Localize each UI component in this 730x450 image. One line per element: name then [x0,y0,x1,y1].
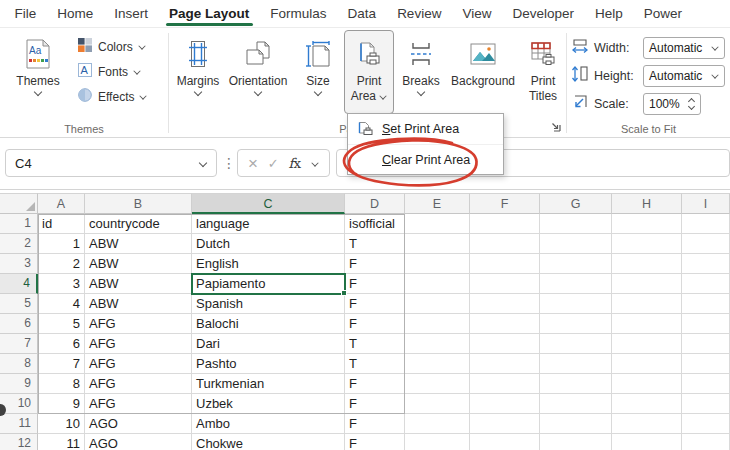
cell-E10[interactable] [405,394,470,414]
cell-F11[interactable] [470,414,540,434]
cell-E3[interactable] [405,254,470,274]
enter-icon[interactable]: ✓ [268,156,279,171]
theme-colors-button[interactable]: Colors [74,34,150,59]
cell-G5[interactable] [540,294,612,314]
breaks-button[interactable]: Breaks [396,30,446,114]
cell-D8[interactable]: T [345,354,405,374]
menu-item-clear-print-area[interactable]: Clear Print Area [348,144,503,174]
cell-C7[interactable]: Dari [192,334,345,354]
cell-I7[interactable] [682,334,730,354]
column-header-C[interactable]: C [192,193,345,214]
ribbon-tab-formulas[interactable]: Formulas [260,0,337,28]
row-header-1[interactable]: 1 [0,214,38,234]
cell-G4[interactable] [540,274,612,294]
cell-E4[interactable] [405,274,470,294]
cell-E9[interactable] [405,374,470,394]
row-header-8[interactable]: 8 [0,354,38,374]
row-header-9[interactable]: 9 [0,374,38,394]
cell-I12[interactable] [682,434,730,450]
cell-D11[interactable]: F [345,414,405,434]
scale-input[interactable]: 100% [643,93,701,115]
cell-D9[interactable]: F [345,374,405,394]
cell-H3[interactable] [612,254,682,274]
themes-button[interactable]: Aa Themes [10,30,66,114]
cell-F7[interactable] [470,334,540,354]
cell-G6[interactable] [540,314,612,334]
cell-D3[interactable]: F [345,254,405,274]
orientation-button[interactable]: Orientation [226,30,290,114]
cell-F1[interactable] [470,214,540,234]
cell-I6[interactable] [682,314,730,334]
cell-H2[interactable] [612,234,682,254]
cell-E8[interactable] [405,354,470,374]
cell-H4[interactable] [612,274,682,294]
cell-G11[interactable] [540,414,612,434]
cell-E6[interactable] [405,314,470,334]
cell-B4[interactable]: ABW [85,274,192,294]
row-header-11[interactable]: 11 [0,414,38,434]
cell-B11[interactable]: AGO [85,414,192,434]
formula-bar-grip[interactable]: ⋮ [222,155,236,171]
cell-E5[interactable] [405,294,470,314]
row-header-3[interactable]: 3 [0,254,38,274]
cell-G1[interactable] [540,214,612,234]
cell-D12[interactable]: F [345,434,405,450]
cell-B7[interactable]: AFG [85,334,192,354]
ribbon-tab-view[interactable]: View [452,0,502,28]
ribbon-tab-home[interactable]: Home [47,0,104,28]
cell-D7[interactable]: T [345,334,405,354]
background-button[interactable]: Background [446,30,520,114]
size-button[interactable]: Size [296,30,340,114]
cell-E7[interactable] [405,334,470,354]
cell-C2[interactable]: Dutch [192,234,345,254]
cell-B10[interactable]: AFG [85,394,192,414]
theme-fonts-button[interactable]: A Fonts [74,59,150,84]
cell-A9[interactable]: 8 [38,374,85,394]
cell-F3[interactable] [470,254,540,274]
cell-A4[interactable]: 3 [38,274,85,294]
column-header-A[interactable]: A [38,193,85,214]
cell-B6[interactable]: AFG [85,314,192,334]
row-header-6[interactable]: 6 [0,314,38,334]
row-header-5[interactable]: 5 [0,294,38,314]
cell-I9[interactable] [682,374,730,394]
cancel-icon[interactable]: × [248,155,258,172]
cell-H9[interactable] [612,374,682,394]
cell-D10[interactable]: F [345,394,405,414]
column-header-B[interactable]: B [85,193,192,214]
cell-F10[interactable] [470,394,540,414]
cell-H8[interactable] [612,354,682,374]
row-header-2[interactable]: 2 [0,234,38,254]
ribbon-tab-insert[interactable]: Insert [104,0,159,28]
cell-D6[interactable]: F [345,314,405,334]
cell-G9[interactable] [540,374,612,394]
column-header-H[interactable]: H [612,193,682,214]
cell-I3[interactable] [682,254,730,274]
cell-H6[interactable] [612,314,682,334]
cell-I5[interactable] [682,294,730,314]
cell-I11[interactable] [682,414,730,434]
cell-A3[interactable]: 2 [38,254,85,274]
ribbon-tab-page-layout[interactable]: Page Layout [159,0,260,28]
cell-C9[interactable]: Turkmenian [192,374,345,394]
cell-I8[interactable] [682,354,730,374]
cell-B2[interactable]: ABW [85,234,192,254]
cell-G2[interactable] [540,234,612,254]
cell-B8[interactable]: AFG [85,354,192,374]
cell-H11[interactable] [612,414,682,434]
cell-H1[interactable] [612,214,682,234]
cell-A5[interactable]: 4 [38,294,85,314]
cell-A12[interactable]: 11 [38,434,85,450]
cell-F5[interactable] [470,294,540,314]
cell-I1[interactable] [682,214,730,234]
cell-D5[interactable]: F [345,294,405,314]
cell-A7[interactable]: 6 [38,334,85,354]
cell-D1[interactable]: isofficial [345,214,405,234]
cell-B9[interactable]: AFG [85,374,192,394]
cell-A1[interactable]: id [38,214,85,234]
margins-button[interactable]: Margins [172,30,224,114]
cell-C6[interactable]: Balochi [192,314,345,334]
cell-H5[interactable] [612,294,682,314]
row-header-4[interactable]: 4 [0,274,38,294]
cell-A8[interactable]: 7 [38,354,85,374]
